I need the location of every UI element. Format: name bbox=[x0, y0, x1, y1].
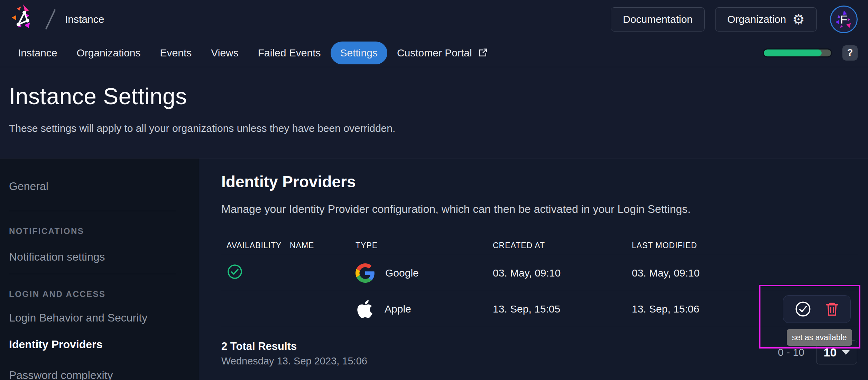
section-title: Identity Providers bbox=[221, 172, 858, 191]
col-created-at: CREATED AT bbox=[493, 241, 632, 250]
cell-type: Google bbox=[385, 267, 419, 279]
page-size-value: 10 bbox=[824, 346, 837, 359]
tab-views[interactable]: Views bbox=[201, 42, 248, 64]
tab-customer-portal[interactable]: Customer Portal bbox=[387, 42, 498, 64]
section-description: Manage your Identity Provider configurat… bbox=[221, 203, 858, 216]
google-icon bbox=[355, 263, 375, 283]
avatar-letter: F bbox=[840, 13, 848, 26]
cell-created-at: 13. Sep, 15:05 bbox=[493, 303, 632, 315]
main-panel: Identity Providers Manage your Identity … bbox=[199, 159, 868, 380]
tab-organizations[interactable]: Organizations bbox=[67, 42, 150, 64]
external-link-icon bbox=[478, 48, 488, 58]
sidebar-divider bbox=[9, 211, 176, 211]
usage-quota-bar bbox=[763, 48, 832, 57]
page-title: Instance Settings bbox=[9, 83, 858, 109]
sidebar-item-password-complexity[interactable]: Password complexity bbox=[9, 369, 185, 380]
breadcrumb-separator bbox=[45, 9, 56, 30]
organization-label: Organization bbox=[727, 13, 786, 25]
cell-last-modified: 03. May, 09:10 bbox=[632, 267, 777, 279]
total-results: 2 Total Results bbox=[221, 340, 858, 353]
identity-providers-table: AVAILABILITY NAME TYPE CREATED AT LAST M… bbox=[221, 236, 858, 327]
tab-instance[interactable]: Instance bbox=[8, 42, 67, 64]
sidebar-item-identity-providers[interactable]: Identity Providers bbox=[9, 338, 185, 351]
app-header: Instance Documentation Organization ⚙ F bbox=[0, 0, 868, 39]
tab-events[interactable]: Events bbox=[150, 42, 202, 64]
col-name: NAME bbox=[290, 241, 355, 250]
title-band: Instance Settings These settings will ap… bbox=[0, 67, 868, 159]
organization-button[interactable]: Organization ⚙ bbox=[715, 7, 817, 31]
apple-icon bbox=[355, 299, 374, 319]
settings-sidebar: General NOTIFICATIONS Notification setti… bbox=[0, 159, 199, 380]
gear-icon: ⚙ bbox=[792, 12, 805, 26]
set-as-available-tooltip: set as available bbox=[787, 329, 852, 346]
table-header: AVAILABILITY NAME TYPE CREATED AT LAST M… bbox=[221, 236, 858, 255]
zitadel-logo[interactable] bbox=[7, 2, 38, 36]
cell-type: Apple bbox=[385, 303, 411, 315]
top-band: Instance Documentation Organization ⚙ F bbox=[0, 0, 868, 159]
tab-settings[interactable]: Settings bbox=[331, 42, 387, 64]
cell-last-modified: 13. Sep, 15:06 bbox=[632, 303, 777, 315]
tab-bar: Instance Organizations Events Views Fail… bbox=[0, 39, 868, 67]
sidebar-group-notifications: NOTIFICATIONS bbox=[9, 226, 185, 236]
cell-created-at: 03. May, 09:10 bbox=[493, 267, 632, 279]
usage-quota-fill bbox=[764, 49, 822, 56]
documentation-button[interactable]: Documentation bbox=[611, 7, 705, 31]
tab-failed-events[interactable]: Failed Events bbox=[248, 42, 331, 64]
sidebar-divider bbox=[9, 274, 176, 274]
delete-button[interactable] bbox=[825, 301, 839, 317]
table-footer: 2 Total Results Wednesday 13. Sep 2023, … bbox=[221, 340, 858, 367]
set-available-button[interactable] bbox=[794, 300, 812, 318]
sidebar-group-login-and-access: LOGIN AND ACCESS bbox=[9, 289, 185, 299]
table-row-apple[interactable]: Apple 13. Sep, 15:05 13. Sep, 15:06 bbox=[221, 291, 858, 327]
available-check-icon bbox=[227, 263, 243, 280]
footer-timestamp: Wednesday 13. Sep 2023, 15:06 bbox=[221, 355, 858, 367]
documentation-label: Documentation bbox=[623, 13, 693, 25]
row-actions-panel bbox=[783, 295, 851, 323]
sidebar-item-general[interactable]: General bbox=[9, 180, 185, 193]
col-availability: AVAILABILITY bbox=[227, 241, 290, 250]
page-range: 0 - 10 bbox=[778, 346, 804, 358]
table-row-google[interactable]: Google 03. May, 09:10 03. May, 09:10 bbox=[221, 255, 858, 291]
breadcrumb: Instance bbox=[65, 13, 104, 25]
chevron-down-icon bbox=[842, 350, 850, 355]
col-last-modified: LAST MODIFIED bbox=[632, 241, 777, 250]
help-button[interactable]: ? bbox=[842, 45, 858, 61]
col-type: TYPE bbox=[355, 241, 493, 250]
page-subtitle: These settings will apply to all your or… bbox=[9, 123, 858, 134]
sidebar-item-login-behavior[interactable]: Login Behavior and Security bbox=[9, 311, 185, 324]
sidebar-item-notification-settings[interactable]: Notification settings bbox=[9, 251, 185, 263]
avatar[interactable]: F bbox=[830, 6, 858, 33]
